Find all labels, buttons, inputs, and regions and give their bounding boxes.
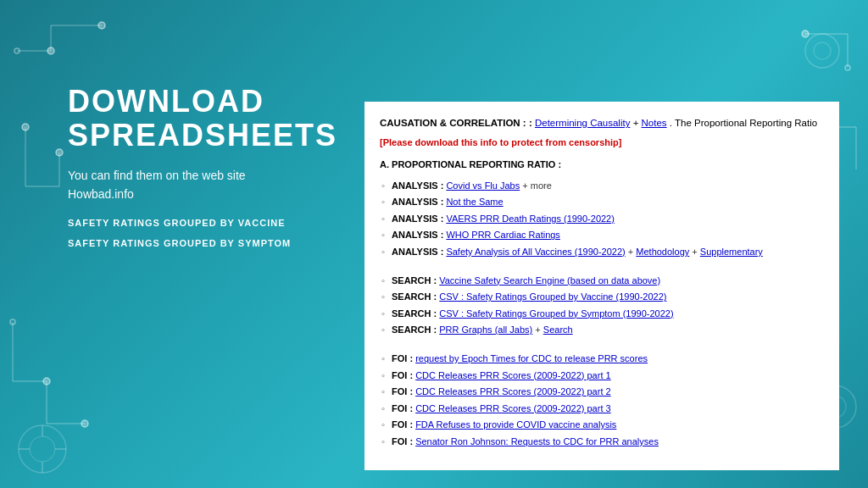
list-item: FOI : request by Epoch Times for CDC to … (380, 351, 824, 368)
list-item: SEARCH : PRR Graphs (all Jabs) + Search (380, 322, 824, 339)
list-item: SEARCH : Vaccine Safety Search Engine (b… (380, 273, 824, 290)
foi-list: FOI : request by Epoch Times for CDC to … (380, 351, 824, 451)
safety-vaccine-label: SAFETY RATINGS GROUPED BY VACCINE (68, 218, 322, 228)
not-same-link[interactable]: Not the Same (446, 197, 503, 207)
list-item: ANALYSIS : Not the Same (380, 194, 824, 211)
vaers-prr-link[interactable]: VAERS PRR Death Ratings (1990-2022) (446, 214, 615, 224)
more-text-1: + more (522, 180, 552, 191)
list-item: SEARCH : CSV : Safety Ratings Grouped by… (380, 306, 824, 323)
epoch-times-link[interactable]: request by Epoch Times for CDC to releas… (415, 353, 648, 363)
prr-graphs-link[interactable]: PRR Graphs (all Jabs) (439, 324, 532, 335)
card-header: CAUSATION & CORRELATION : : Determining … (380, 115, 824, 130)
senator-johnson-link[interactable]: Senator Ron Johnson: Requests to CDC for… (415, 436, 659, 446)
svg-point-26 (802, 30, 809, 37)
search-label-1: SEARCH : (392, 275, 437, 286)
list-item: FOI : FDA Refuses to provide COVID vacci… (380, 417, 824, 434)
subtitle-text: You can find them on the web site (68, 169, 322, 182)
cdc-prr-part2-link[interactable]: CDC Releases PRR Scores (2009-2022) part… (415, 386, 611, 396)
svg-point-5 (14, 48, 19, 53)
methodology-link[interactable]: Methodology (636, 247, 689, 257)
who-prr-link[interactable]: WHO PRR Cardiac Ratings (446, 230, 559, 240)
analysis-label-1: ANALYSIS : (392, 180, 443, 191)
fda-refuses-link[interactable]: FDA Refuses to provide COVID vaccine ana… (415, 419, 616, 430)
list-item: FOI : CDC Releases PRR Scores (2009-2022… (380, 368, 824, 385)
content-card: CAUSATION & CORRELATION : : Determining … (364, 102, 839, 470)
svg-point-18 (19, 425, 66, 473)
supplementary-link[interactable]: Supplementary (700, 247, 763, 257)
list-item: FOI : Senator Ron Johnson: Requests to C… (380, 434, 824, 451)
search-label-3: SEARCH : (392, 308, 437, 319)
analysis-label-3: ANALYSIS : (392, 214, 443, 224)
vaccine-safety-search-link[interactable]: Vaccine Safety Search Engine (based on d… (439, 275, 660, 286)
list-item: ANALYSIS : Safety Analysis of All Vaccin… (380, 244, 824, 261)
svg-point-17 (81, 420, 88, 427)
svg-point-3 (47, 47, 54, 54)
list-item: FOI : CDC Releases PRR Scores (2009-2022… (380, 384, 824, 401)
foi-label-2: FOI : (392, 370, 413, 380)
svg-point-19 (30, 436, 55, 462)
svg-point-10 (56, 149, 63, 156)
search-label-2: SEARCH : (392, 291, 437, 302)
svg-point-15 (10, 319, 15, 324)
svg-point-31 (805, 34, 839, 68)
search-link[interactable]: Search (543, 324, 573, 335)
covid-flu-jabs-link[interactable]: Covid vs Flu Jabs (446, 180, 520, 191)
list-item: ANALYSIS : Covid vs Flu Jabs + more (380, 178, 824, 195)
foi-label-4: FOI : (392, 403, 413, 413)
safety-symptom-label: SAFETY RATINGS GROUPED BY SYMPTOM (68, 238, 322, 248)
list-item: ANALYSIS : VAERS PRR Death Ratings (1990… (380, 211, 824, 228)
header-rest: . The Proportional Reporting Ratio (670, 118, 817, 128)
page-title: DOWNLOAD SPREADSHEETS (68, 85, 322, 152)
foi-label-5: FOI : (392, 419, 413, 430)
list-item: FOI : CDC Releases PRR Scores (2009-2022… (380, 401, 824, 418)
censorship-notice: [Please download this info to protect fr… (380, 136, 824, 151)
analysis-label-2: ANALYSIS : (392, 197, 443, 207)
csv-symptom-link[interactable]: CSV : Safety Ratings Grouped by Symptom … (439, 308, 673, 319)
causation-label: CAUSATION & CORRELATION : : (380, 118, 532, 128)
svg-point-32 (814, 42, 831, 59)
determining-causality-link[interactable]: Determining Causality (535, 118, 631, 128)
notes-link[interactable]: Notes (642, 118, 667, 128)
list-item: SEARCH : CSV : Safety Ratings Grouped by… (380, 289, 824, 306)
analysis-label-5: ANALYSIS : (392, 247, 443, 257)
methodology-text: + (628, 247, 636, 257)
website-text: Howbad.info (68, 187, 322, 201)
foi-label-6: FOI : (392, 436, 413, 446)
search-list: SEARCH : Vaccine Safety Search Engine (b… (380, 273, 824, 339)
plus1: + (633, 118, 642, 128)
analysis-label-4: ANALYSIS : (392, 230, 443, 240)
svg-point-9 (22, 124, 29, 130)
safety-analysis-link[interactable]: Safety Analysis of All Vaccines (1990-20… (446, 247, 625, 257)
list-item: ANALYSIS : WHO PRR Cardiac Ratings (380, 227, 824, 244)
foi-label-3: FOI : (392, 386, 413, 396)
svg-point-4 (98, 22, 105, 29)
cdc-prr-part3-link[interactable]: CDC Releases PRR Scores (2009-2022) part… (415, 403, 611, 413)
section-a-heading: A. PROPORTIONAL REPORTING RATIO : (380, 158, 824, 173)
svg-point-16 (43, 378, 50, 385)
csv-vaccine-link[interactable]: CSV : Safety Ratings Grouped by Vaccine … (439, 291, 666, 302)
svg-point-27 (845, 65, 850, 70)
foi-label-1: FOI : (392, 353, 413, 363)
analysis-list: ANALYSIS : Covid vs Flu Jabs + more ANAL… (380, 178, 824, 261)
cdc-prr-part1-link[interactable]: CDC Releases PRR Scores (2009-2022) part… (415, 370, 611, 380)
search-label-4: SEARCH : (392, 324, 437, 335)
